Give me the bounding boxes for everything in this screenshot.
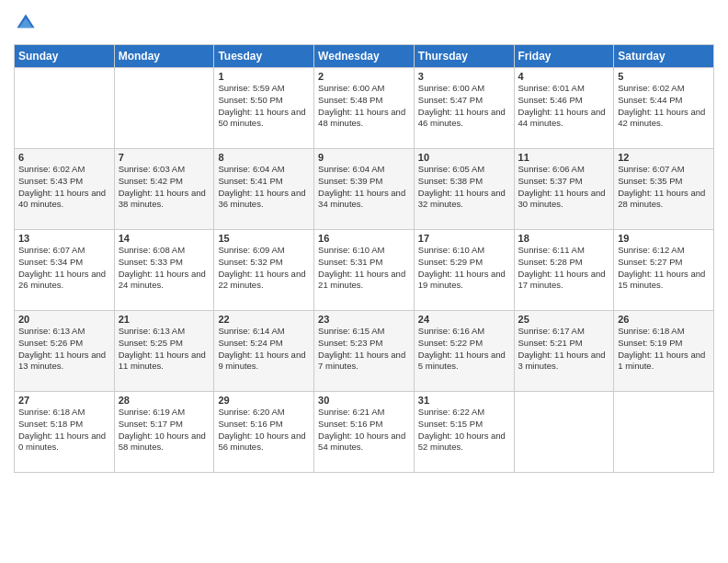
calendar-table: SundayMondayTuesdayWednesdayThursdayFrid…	[14, 44, 714, 473]
calendar-week-row: 6Sunrise: 6:02 AM Sunset: 5:43 PM Daylig…	[15, 149, 714, 230]
calendar-cell: 19Sunrise: 6:12 AM Sunset: 5:27 PM Dayli…	[614, 230, 714, 311]
logo	[14, 13, 36, 37]
cell-info: Sunrise: 6:15 AM Sunset: 5:23 PM Dayligh…	[318, 326, 410, 373]
header	[14, 9, 714, 37]
day-number: 23	[318, 314, 410, 325]
calendar-cell: 30Sunrise: 6:21 AM Sunset: 5:16 PM Dayli…	[314, 392, 415, 473]
cell-info: Sunrise: 6:09 AM Sunset: 5:32 PM Dayligh…	[218, 245, 310, 292]
calendar-cell: 5Sunrise: 6:02 AM Sunset: 5:44 PM Daylig…	[614, 68, 714, 149]
calendar-week-row: 20Sunrise: 6:13 AM Sunset: 5:26 PM Dayli…	[15, 311, 714, 392]
cell-info: Sunrise: 6:04 AM Sunset: 5:41 PM Dayligh…	[218, 164, 310, 211]
day-number: 1	[218, 71, 310, 82]
cell-info: Sunrise: 6:18 AM Sunset: 5:19 PM Dayligh…	[618, 326, 710, 373]
day-number: 30	[318, 395, 410, 406]
calendar-cell: 22Sunrise: 6:14 AM Sunset: 5:24 PM Dayli…	[214, 311, 314, 392]
day-number: 21	[119, 314, 210, 325]
day-number: 17	[418, 233, 510, 244]
cell-info: Sunrise: 5:59 AM Sunset: 5:50 PM Dayligh…	[218, 83, 310, 130]
calendar-cell: 18Sunrise: 6:11 AM Sunset: 5:28 PM Dayli…	[514, 230, 614, 311]
day-number: 6	[18, 152, 110, 163]
weekday-header: Thursday	[414, 45, 514, 68]
cell-info: Sunrise: 6:21 AM Sunset: 5:16 PM Dayligh…	[318, 407, 410, 454]
day-number: 28	[119, 395, 210, 406]
cell-info: Sunrise: 6:22 AM Sunset: 5:15 PM Dayligh…	[418, 407, 510, 454]
calendar-week-row: 27Sunrise: 6:18 AM Sunset: 5:18 PM Dayli…	[15, 392, 714, 473]
day-number: 15	[218, 233, 310, 244]
day-number: 3	[418, 71, 510, 82]
calendar-cell: 20Sunrise: 6:13 AM Sunset: 5:26 PM Dayli…	[15, 311, 115, 392]
cell-info: Sunrise: 6:06 AM Sunset: 5:37 PM Dayligh…	[518, 164, 610, 211]
cell-info: Sunrise: 6:11 AM Sunset: 5:28 PM Dayligh…	[518, 245, 610, 292]
calendar-cell: 15Sunrise: 6:09 AM Sunset: 5:32 PM Dayli…	[214, 230, 314, 311]
cell-info: Sunrise: 6:10 AM Sunset: 5:29 PM Dayligh…	[418, 245, 510, 292]
weekday-header: Sunday	[15, 45, 115, 68]
page: SundayMondayTuesdayWednesdayThursdayFrid…	[0, 0, 728, 563]
cell-info: Sunrise: 6:18 AM Sunset: 5:18 PM Dayligh…	[18, 407, 110, 454]
weekday-header: Wednesday	[314, 45, 415, 68]
day-number: 13	[18, 233, 110, 244]
cell-info: Sunrise: 6:04 AM Sunset: 5:39 PM Dayligh…	[318, 164, 410, 211]
calendar-cell: 1Sunrise: 5:59 AM Sunset: 5:50 PM Daylig…	[214, 68, 314, 149]
calendar-cell: 25Sunrise: 6:17 AM Sunset: 5:21 PM Dayli…	[514, 311, 614, 392]
calendar-week-row: 1Sunrise: 5:59 AM Sunset: 5:50 PM Daylig…	[15, 68, 714, 149]
weekday-header: Saturday	[614, 45, 714, 68]
cell-info: Sunrise: 6:03 AM Sunset: 5:42 PM Dayligh…	[119, 164, 210, 211]
calendar-cell: 21Sunrise: 6:13 AM Sunset: 5:25 PM Dayli…	[114, 311, 214, 392]
day-number: 4	[518, 71, 610, 82]
cell-info: Sunrise: 6:13 AM Sunset: 5:25 PM Dayligh…	[119, 326, 210, 373]
calendar-cell: 3Sunrise: 6:00 AM Sunset: 5:47 PM Daylig…	[414, 68, 514, 149]
calendar-cell: 23Sunrise: 6:15 AM Sunset: 5:23 PM Dayli…	[314, 311, 415, 392]
cell-info: Sunrise: 6:13 AM Sunset: 5:26 PM Dayligh…	[18, 326, 110, 373]
calendar-cell: 6Sunrise: 6:02 AM Sunset: 5:43 PM Daylig…	[15, 149, 115, 230]
calendar-week-row: 13Sunrise: 6:07 AM Sunset: 5:34 PM Dayli…	[15, 230, 714, 311]
day-number: 20	[18, 314, 110, 325]
calendar-cell: 13Sunrise: 6:07 AM Sunset: 5:34 PM Dayli…	[15, 230, 115, 311]
logo-icon	[16, 13, 36, 33]
cell-info: Sunrise: 6:02 AM Sunset: 5:44 PM Dayligh…	[618, 83, 710, 130]
cell-info: Sunrise: 6:00 AM Sunset: 5:48 PM Dayligh…	[318, 83, 410, 130]
day-number: 31	[418, 395, 510, 406]
cell-info: Sunrise: 6:05 AM Sunset: 5:38 PM Dayligh…	[418, 164, 510, 211]
day-number: 2	[318, 71, 410, 82]
day-number: 5	[618, 71, 710, 82]
calendar-cell: 31Sunrise: 6:22 AM Sunset: 5:15 PM Dayli…	[414, 392, 514, 473]
weekday-header: Tuesday	[214, 45, 314, 68]
cell-info: Sunrise: 6:17 AM Sunset: 5:21 PM Dayligh…	[518, 326, 610, 373]
calendar-cell: 7Sunrise: 6:03 AM Sunset: 5:42 PM Daylig…	[114, 149, 214, 230]
day-number: 9	[318, 152, 410, 163]
calendar-cell: 8Sunrise: 6:04 AM Sunset: 5:41 PM Daylig…	[214, 149, 314, 230]
day-number: 29	[218, 395, 310, 406]
calendar-cell: 27Sunrise: 6:18 AM Sunset: 5:18 PM Dayli…	[15, 392, 115, 473]
calendar-cell	[514, 392, 614, 473]
calendar-cell: 14Sunrise: 6:08 AM Sunset: 5:33 PM Dayli…	[114, 230, 214, 311]
calendar-cell: 24Sunrise: 6:16 AM Sunset: 5:22 PM Dayli…	[414, 311, 514, 392]
day-number: 24	[418, 314, 510, 325]
cell-info: Sunrise: 6:19 AM Sunset: 5:17 PM Dayligh…	[119, 407, 210, 454]
cell-info: Sunrise: 6:14 AM Sunset: 5:24 PM Dayligh…	[218, 326, 310, 373]
day-number: 10	[418, 152, 510, 163]
day-number: 25	[518, 314, 610, 325]
calendar-cell: 2Sunrise: 6:00 AM Sunset: 5:48 PM Daylig…	[314, 68, 415, 149]
calendar-cell: 4Sunrise: 6:01 AM Sunset: 5:46 PM Daylig…	[514, 68, 614, 149]
calendar-header-row: SundayMondayTuesdayWednesdayThursdayFrid…	[15, 45, 714, 68]
calendar-cell: 11Sunrise: 6:06 AM Sunset: 5:37 PM Dayli…	[514, 149, 614, 230]
calendar-cell	[114, 68, 214, 149]
calendar-cell: 12Sunrise: 6:07 AM Sunset: 5:35 PM Dayli…	[614, 149, 714, 230]
day-number: 16	[318, 233, 410, 244]
day-number: 8	[218, 152, 310, 163]
cell-info: Sunrise: 6:20 AM Sunset: 5:16 PM Dayligh…	[218, 407, 310, 454]
calendar-cell: 28Sunrise: 6:19 AM Sunset: 5:17 PM Dayli…	[114, 392, 214, 473]
calendar-cell: 26Sunrise: 6:18 AM Sunset: 5:19 PM Dayli…	[614, 311, 714, 392]
day-number: 12	[618, 152, 710, 163]
day-number: 7	[119, 152, 210, 163]
day-number: 11	[518, 152, 610, 163]
calendar-cell: 10Sunrise: 6:05 AM Sunset: 5:38 PM Dayli…	[414, 149, 514, 230]
cell-info: Sunrise: 6:10 AM Sunset: 5:31 PM Dayligh…	[318, 245, 410, 292]
weekday-header: Friday	[514, 45, 614, 68]
day-number: 14	[119, 233, 210, 244]
weekday-header: Monday	[114, 45, 214, 68]
calendar-cell	[614, 392, 714, 473]
cell-info: Sunrise: 6:08 AM Sunset: 5:33 PM Dayligh…	[119, 245, 210, 292]
day-number: 18	[518, 233, 610, 244]
calendar-cell	[15, 68, 115, 149]
